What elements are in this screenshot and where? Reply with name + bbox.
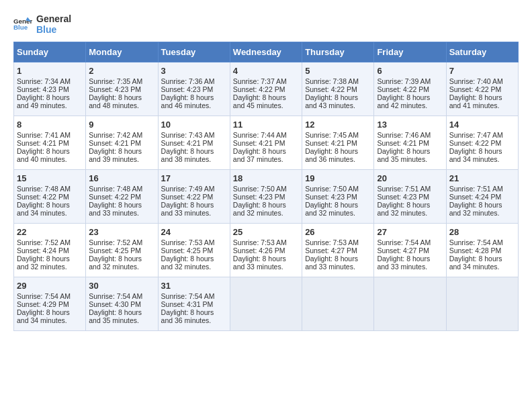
day-number: 23 [89,227,154,237]
day-number: 11 [233,120,299,130]
calendar-cell [302,277,374,331]
day-number: 17 [161,173,227,183]
sunrise: Sunrise: 7:45 AM [305,131,359,139]
week-row-4: 22Sunrise: 7:52 AMSunset: 4:24 PMDayligh… [14,224,519,277]
day-number: 31 [161,281,227,291]
sunset: Sunset: 4:22 PM [377,85,429,93]
sunrise: Sunrise: 7:41 AM [17,131,71,139]
day-number: 29 [17,281,83,291]
day-number: 22 [17,227,83,237]
sunset: Sunset: 4:24 PM [17,246,69,255]
daylight-label: Daylight: 8 hours and 32 minutes. [449,201,502,217]
daylight-label: Daylight: 8 hours and 33 minutes. [233,255,286,271]
day-number: 8 [17,120,83,130]
daylight-label: Daylight: 8 hours and 35 minutes. [377,147,430,163]
calendar-cell: 29Sunrise: 7:54 AMSunset: 4:29 PMDayligh… [14,277,86,331]
daylight-label: Daylight: 8 hours and 33 minutes. [161,201,214,217]
sunset: Sunset: 4:22 PM [233,85,285,93]
daylight-label: Daylight: 8 hours and 45 minutes. [233,93,286,109]
daylight-label: Daylight: 8 hours and 40 minutes. [17,147,70,163]
calendar-cell: 22Sunrise: 7:52 AMSunset: 4:24 PMDayligh… [14,224,86,277]
header-thursday: Thursday [302,42,374,62]
day-number: 4 [233,66,299,76]
sunset: Sunset: 4:22 PM [449,85,502,93]
sunset: Sunset: 4:26 PM [233,246,285,255]
header-tuesday: Tuesday [158,42,230,62]
sunrise: Sunrise: 7:53 AM [305,238,359,246]
daylight-label: Daylight: 8 hours and 42 minutes. [377,93,430,109]
calendar-table: SundayMondayTuesdayWednesdayThursdayFrid… [13,42,519,331]
daylight-label: Daylight: 8 hours and 36 minutes. [305,147,358,163]
sunset: Sunset: 4:21 PM [17,139,69,147]
sunset: Sunset: 4:25 PM [161,246,214,255]
day-number: 25 [233,227,299,237]
sunrise: Sunrise: 7:50 AM [305,185,359,193]
calendar-cell: 16Sunrise: 7:48 AMSunset: 4:22 PMDayligh… [86,170,158,224]
sunrise: Sunrise: 7:46 AM [377,131,431,139]
sunset: Sunset: 4:21 PM [233,139,285,147]
sunset: Sunset: 4:28 PM [449,246,502,255]
sunset: Sunset: 4:31 PM [161,300,214,308]
sunset: Sunset: 4:24 PM [449,193,502,201]
sunrise: Sunrise: 7:37 AM [233,77,287,85]
sunrise: Sunrise: 7:50 AM [233,185,287,193]
daylight-label: Daylight: 8 hours and 32 minutes. [161,255,214,271]
calendar-cell: 23Sunrise: 7:52 AMSunset: 4:25 PMDayligh… [86,224,158,277]
calendar-cell: 3Sunrise: 7:36 AMSunset: 4:23 PMDaylight… [158,62,230,116]
header-saturday: Saturday [446,42,518,62]
daylight-label: Daylight: 8 hours and 32 minutes. [89,255,142,271]
sunset: Sunset: 4:23 PM [161,85,214,93]
day-number: 18 [233,173,299,183]
svg-text:Blue: Blue [13,24,28,31]
sunrise: Sunrise: 7:34 AM [17,77,71,85]
sunrise: Sunrise: 7:44 AM [233,131,287,139]
sunset: Sunset: 4:21 PM [89,139,141,147]
daylight-label: Daylight: 8 hours and 33 minutes. [305,255,358,271]
calendar-cell: 27Sunrise: 7:54 AMSunset: 4:27 PMDayligh… [374,224,446,277]
calendar-cell: 2Sunrise: 7:35 AMSunset: 4:23 PMDaylight… [86,62,158,116]
daylight-label: Daylight: 8 hours and 49 minutes. [17,93,70,109]
day-number: 7 [449,66,515,76]
sunset: Sunset: 4:29 PM [17,300,69,308]
day-number: 5 [305,66,371,76]
day-number: 21 [449,173,515,183]
header-friday: Friday [374,42,446,62]
daylight-label: Daylight: 8 hours and 48 minutes. [89,93,142,109]
sunrise: Sunrise: 7:38 AM [305,77,359,85]
week-row-5: 29Sunrise: 7:54 AMSunset: 4:29 PMDayligh… [14,277,519,331]
sunset: Sunset: 4:23 PM [233,193,285,201]
day-number: 1 [17,66,83,76]
calendar-cell [230,277,302,331]
day-number: 16 [89,173,154,183]
sunset: Sunset: 4:23 PM [377,193,429,201]
daylight-label: Daylight: 8 hours and 43 minutes. [305,93,358,109]
day-number: 20 [377,173,443,183]
header-monday: Monday [86,42,158,62]
daylight-label: Daylight: 8 hours and 32 minutes. [233,201,286,217]
page-header: General Blue General Blue [13,13,519,35]
day-number: 27 [377,227,443,237]
calendar-cell: 14Sunrise: 7:47 AMSunset: 4:22 PMDayligh… [446,116,518,170]
daylight-label: Daylight: 8 hours and 46 minutes. [161,93,214,109]
sunrise: Sunrise: 7:52 AM [17,238,71,246]
sunrise: Sunrise: 7:49 AM [161,185,215,193]
sunrise: Sunrise: 7:54 AM [449,238,503,246]
header-row: SundayMondayTuesdayWednesdayThursdayFrid… [14,42,519,62]
sunrise: Sunrise: 7:53 AM [161,238,215,246]
calendar-cell: 5Sunrise: 7:38 AMSunset: 4:22 PMDaylight… [302,62,374,116]
sunrise: Sunrise: 7:54 AM [161,292,215,300]
day-number: 26 [305,227,371,237]
sunrise: Sunrise: 7:52 AM [89,238,142,246]
sunset: Sunset: 4:23 PM [89,85,141,93]
week-row-1: 1Sunrise: 7:34 AMSunset: 4:23 PMDaylight… [14,62,519,116]
daylight-label: Daylight: 8 hours and 32 minutes. [377,201,430,217]
sunrise: Sunrise: 7:47 AM [449,131,503,139]
calendar-cell: 9Sunrise: 7:42 AMSunset: 4:21 PMDaylight… [86,116,158,170]
daylight-label: Daylight: 8 hours and 38 minutes. [161,147,214,163]
calendar-cell [374,277,446,331]
week-row-3: 15Sunrise: 7:48 AMSunset: 4:22 PMDayligh… [14,170,519,224]
calendar-cell: 13Sunrise: 7:46 AMSunset: 4:21 PMDayligh… [374,116,446,170]
sunrise: Sunrise: 7:53 AM [233,238,287,246]
day-number: 12 [305,120,371,130]
daylight-label: Daylight: 8 hours and 36 minutes. [161,308,214,324]
